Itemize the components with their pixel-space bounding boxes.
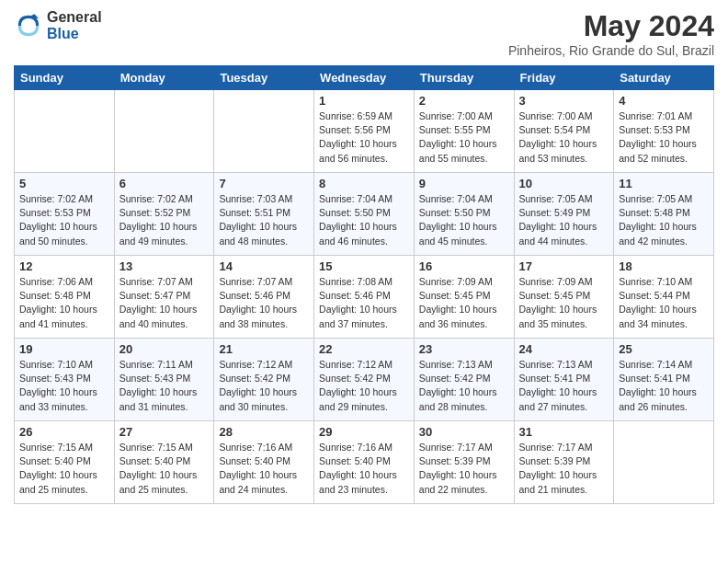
day-info: Sunrise: 7:08 AMSunset: 5:46 PMDaylight:… [319, 275, 409, 331]
calendar-cell: 31Sunrise: 7:17 AMSunset: 5:39 PMDayligh… [514, 421, 614, 504]
calendar-cell: 27Sunrise: 7:15 AMSunset: 5:40 PMDayligh… [114, 421, 214, 504]
title-block: May 2024 Pinheiros, Rio Grande do Sul, B… [508, 9, 714, 58]
calendar-cell: 5Sunrise: 7:02 AMSunset: 5:53 PMDaylight… [15, 173, 115, 256]
day-header-friday: Friday [514, 66, 614, 90]
day-number: 25 [619, 342, 709, 356]
day-info: Sunrise: 7:02 AMSunset: 5:52 PMDaylight:… [119, 192, 210, 248]
day-number: 11 [619, 177, 709, 190]
calendar-cell: 11Sunrise: 7:05 AMSunset: 5:48 PMDayligh… [614, 173, 714, 256]
main-title: May 2024 [508, 9, 714, 43]
calendar-cell: 17Sunrise: 7:09 AMSunset: 5:45 PMDayligh… [514, 256, 614, 339]
calendar-cell: 18Sunrise: 7:10 AMSunset: 5:44 PMDayligh… [614, 256, 714, 339]
day-number: 9 [419, 177, 509, 190]
day-info: Sunrise: 7:01 AMSunset: 5:53 PMDaylight:… [619, 109, 709, 166]
day-number: 14 [219, 259, 309, 273]
day-info: Sunrise: 7:02 AMSunset: 5:53 PMDaylight:… [19, 192, 109, 248]
day-header-sunday: Sunday [15, 66, 115, 90]
subtitle: Pinheiros, Rio Grande do Sul, Brazil [508, 43, 714, 58]
day-number: 4 [619, 94, 709, 108]
calendar-cell: 25Sunrise: 7:14 AMSunset: 5:41 PMDayligh… [614, 339, 714, 421]
calendar-cell: 19Sunrise: 7:10 AMSunset: 5:43 PMDayligh… [15, 339, 115, 421]
day-number: 31 [519, 425, 609, 439]
day-header-wednesday: Wednesday [314, 66, 415, 90]
day-number: 10 [519, 177, 609, 190]
calendar-cell [15, 90, 115, 173]
day-info: Sunrise: 7:12 AMSunset: 5:42 PMDaylight:… [319, 358, 409, 414]
calendar-cell: 6Sunrise: 7:02 AMSunset: 5:52 PMDaylight… [114, 173, 214, 256]
day-number: 7 [219, 177, 309, 190]
day-info: Sunrise: 7:04 AMSunset: 5:50 PMDaylight:… [319, 192, 409, 248]
day-number: 12 [19, 259, 109, 273]
calendar-cell: 21Sunrise: 7:12 AMSunset: 5:42 PMDayligh… [214, 339, 314, 421]
day-info: Sunrise: 7:16 AMSunset: 5:40 PMDaylight:… [219, 441, 309, 497]
day-number: 20 [119, 342, 210, 356]
calendar-cell: 14Sunrise: 7:07 AMSunset: 5:46 PMDayligh… [214, 256, 314, 339]
calendar-week-3: 19Sunrise: 7:10 AMSunset: 5:43 PMDayligh… [15, 339, 714, 421]
day-number: 16 [419, 259, 509, 273]
day-info: Sunrise: 7:00 AMSunset: 5:54 PMDaylight:… [519, 109, 609, 166]
logo: General Blue [14, 9, 102, 41]
calendar-cell: 22Sunrise: 7:12 AMSunset: 5:42 PMDayligh… [314, 339, 415, 421]
day-info: Sunrise: 7:10 AMSunset: 5:44 PMDaylight:… [619, 275, 709, 331]
calendar-week-0: 1Sunrise: 6:59 AMSunset: 5:56 PMDaylight… [15, 90, 714, 173]
calendar-header-row: SundayMondayTuesdayWednesdayThursdayFrid… [15, 66, 714, 90]
day-header-monday: Monday [114, 66, 214, 90]
day-info: Sunrise: 7:15 AMSunset: 5:40 PMDaylight:… [119, 441, 210, 497]
logo-icon [14, 11, 43, 40]
logo-text: General Blue [47, 9, 102, 41]
day-info: Sunrise: 7:15 AMSunset: 5:40 PMDaylight:… [19, 441, 109, 497]
day-number: 19 [19, 342, 109, 356]
day-info: Sunrise: 7:04 AMSunset: 5:50 PMDaylight:… [419, 192, 509, 248]
calendar-cell: 20Sunrise: 7:11 AMSunset: 5:43 PMDayligh… [114, 339, 214, 421]
day-info: Sunrise: 7:10 AMSunset: 5:43 PMDaylight:… [19, 358, 109, 414]
calendar-cell: 26Sunrise: 7:15 AMSunset: 5:40 PMDayligh… [15, 421, 115, 504]
day-number: 18 [619, 259, 709, 273]
calendar-cell: 12Sunrise: 7:06 AMSunset: 5:48 PMDayligh… [15, 256, 115, 339]
calendar-cell: 1Sunrise: 6:59 AMSunset: 5:56 PMDaylight… [314, 90, 415, 173]
calendar-cell: 24Sunrise: 7:13 AMSunset: 5:41 PMDayligh… [514, 339, 614, 421]
day-number: 24 [519, 342, 609, 356]
day-info: Sunrise: 7:09 AMSunset: 5:45 PMDaylight:… [519, 275, 609, 331]
day-number: 5 [19, 177, 109, 190]
calendar-cell: 30Sunrise: 7:17 AMSunset: 5:39 PMDayligh… [414, 421, 514, 504]
day-number: 23 [419, 342, 509, 356]
calendar-cell [114, 90, 214, 173]
calendar-cell: 7Sunrise: 7:03 AMSunset: 5:51 PMDaylight… [214, 173, 314, 256]
day-info: Sunrise: 7:13 AMSunset: 5:41 PMDaylight:… [519, 358, 609, 414]
calendar-week-4: 26Sunrise: 7:15 AMSunset: 5:40 PMDayligh… [15, 421, 714, 504]
day-number: 15 [319, 259, 409, 273]
day-number: 6 [119, 177, 210, 190]
day-info: Sunrise: 7:17 AMSunset: 5:39 PMDaylight:… [419, 441, 509, 497]
day-number: 30 [419, 425, 509, 439]
day-number: 13 [119, 259, 210, 273]
calendar-table: SundayMondayTuesdayWednesdayThursdayFrid… [14, 65, 714, 504]
day-number: 27 [119, 425, 210, 439]
calendar-cell: 28Sunrise: 7:16 AMSunset: 5:40 PMDayligh… [214, 421, 314, 504]
logo-blue-text: Blue [47, 26, 102, 42]
day-info: Sunrise: 7:07 AMSunset: 5:46 PMDaylight:… [219, 275, 309, 331]
calendar-cell: 10Sunrise: 7:05 AMSunset: 5:49 PMDayligh… [514, 173, 614, 256]
day-info: Sunrise: 7:16 AMSunset: 5:40 PMDaylight:… [319, 441, 409, 497]
calendar-cell: 16Sunrise: 7:09 AMSunset: 5:45 PMDayligh… [414, 256, 514, 339]
calendar-cell: 3Sunrise: 7:00 AMSunset: 5:54 PMDaylight… [514, 90, 614, 173]
calendar-cell: 4Sunrise: 7:01 AMSunset: 5:53 PMDaylight… [614, 90, 714, 173]
day-info: Sunrise: 7:06 AMSunset: 5:48 PMDaylight:… [19, 275, 109, 331]
calendar-cell: 2Sunrise: 7:00 AMSunset: 5:55 PMDaylight… [414, 90, 514, 173]
day-info: Sunrise: 7:14 AMSunset: 5:41 PMDaylight:… [619, 358, 709, 414]
calendar-cell [214, 90, 314, 173]
day-number: 1 [319, 94, 409, 108]
day-info: Sunrise: 7:13 AMSunset: 5:42 PMDaylight:… [419, 358, 509, 414]
calendar-cell: 15Sunrise: 7:08 AMSunset: 5:46 PMDayligh… [314, 256, 415, 339]
day-info: Sunrise: 6:59 AMSunset: 5:56 PMDaylight:… [319, 109, 409, 166]
day-number: 17 [519, 259, 609, 273]
day-header-tuesday: Tuesday [214, 66, 314, 90]
logo-general-text: General [47, 9, 102, 26]
calendar-cell: 23Sunrise: 7:13 AMSunset: 5:42 PMDayligh… [414, 339, 514, 421]
day-number: 8 [319, 177, 409, 190]
day-info: Sunrise: 7:05 AMSunset: 5:49 PMDaylight:… [519, 192, 609, 248]
day-info: Sunrise: 7:05 AMSunset: 5:48 PMDaylight:… [619, 192, 709, 248]
header: General Blue May 2024 Pinheiros, Rio Gra… [14, 9, 714, 58]
day-info: Sunrise: 7:17 AMSunset: 5:39 PMDaylight:… [519, 441, 609, 497]
calendar-cell: 29Sunrise: 7:16 AMSunset: 5:40 PMDayligh… [314, 421, 415, 504]
day-info: Sunrise: 7:00 AMSunset: 5:55 PMDaylight:… [419, 109, 509, 166]
